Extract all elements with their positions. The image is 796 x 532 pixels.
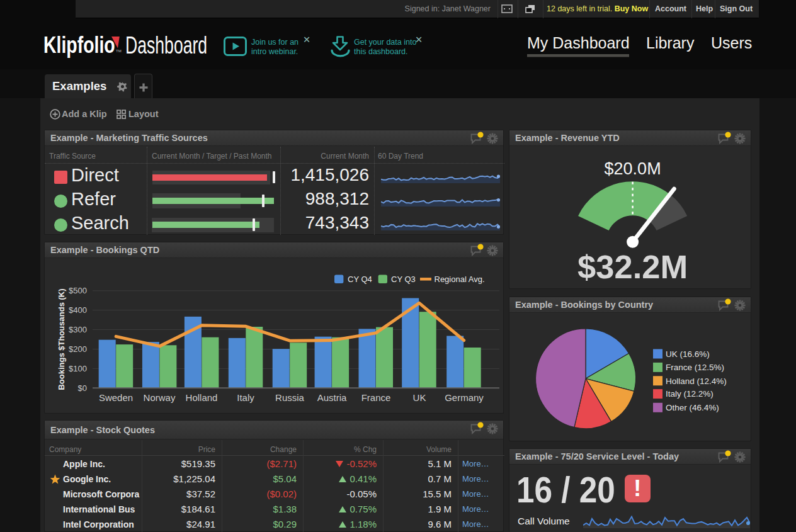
svg-text:Italy: Italy	[237, 392, 254, 403]
svg-text:Sweden: Sweden	[99, 392, 133, 403]
svg-text:Regional Avg.: Regional Avg.	[435, 274, 485, 284]
svg-text:$100: $100	[69, 364, 87, 373]
svg-text:$200: $200	[69, 344, 87, 354]
svg-text:UK: UK	[413, 392, 426, 403]
svg-text:Russia: Russia	[275, 392, 305, 403]
svg-text:Germany: Germany	[445, 392, 484, 403]
svg-text:Holland (12.4%): Holland (12.4%)	[666, 376, 727, 386]
svg-text:$400: $400	[69, 305, 87, 315]
svg-text:Holland: Holland	[186, 392, 218, 403]
svg-text:CY Q4: CY Q4	[348, 274, 372, 284]
svg-text:France: France	[361, 392, 391, 403]
svg-text:Norway: Norway	[144, 392, 176, 403]
svg-text:$32.2M: $32.2M	[577, 249, 688, 285]
svg-text:Other (46.4%): Other (46.4%)	[666, 403, 719, 412]
svg-text:Austria: Austria	[317, 392, 347, 403]
svg-text:$20.0M: $20.0M	[605, 159, 661, 178]
svg-text:CY Q3: CY Q3	[391, 274, 416, 284]
svg-text:UK (16.6%): UK (16.6%)	[666, 349, 710, 359]
svg-text:$300: $300	[69, 325, 87, 334]
svg-text:Bookings $Thousands (K): Bookings $Thousands (K)	[57, 288, 66, 390]
svg-text:$500: $500	[69, 286, 87, 295]
svg-text:$0: $0	[78, 383, 87, 393]
svg-text:Italy (12.2%): Italy (12.2%)	[666, 389, 714, 399]
svg-text:France (12.5%): France (12.5%)	[666, 363, 724, 372]
